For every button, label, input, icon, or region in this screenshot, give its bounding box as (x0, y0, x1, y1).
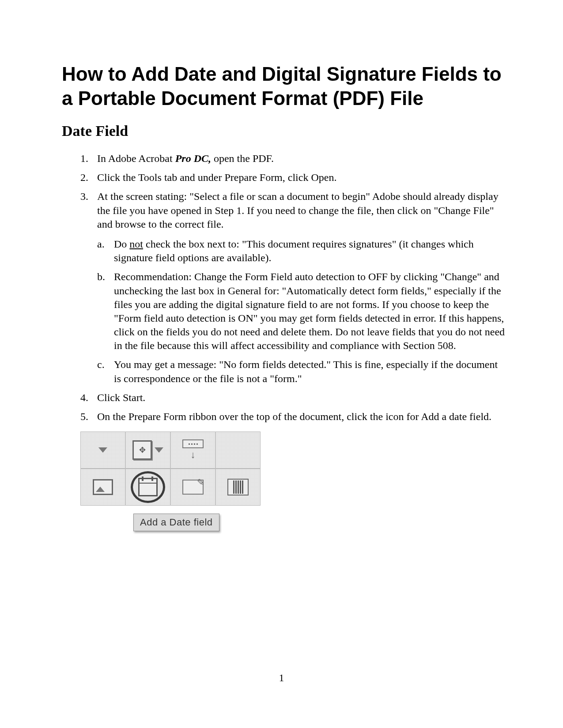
step-text: In Adobe Acrobat Pro DC, open the PDF. (97, 153, 274, 164)
section-heading: Date Field (62, 123, 506, 139)
page-title: How to Add Date and Digital Signature Fi… (62, 62, 506, 110)
image-field-icon (93, 479, 113, 495)
step-text: Click Start. (97, 392, 145, 403)
substep-text: Recommendation: Change the Form Field au… (114, 271, 505, 351)
ribbon-dropdown-cell (81, 432, 126, 468)
substep-marker: c. (97, 358, 105, 372)
tooltip-add-date-field: Add a Date field (133, 514, 219, 531)
arrow-down-icon: ↓ (191, 449, 196, 461)
barcode-icon (227, 479, 249, 495)
step-4: 4. Click Start. (80, 391, 506, 405)
substep-c: c. You may get a message: "No form field… (97, 358, 506, 385)
steps-list: 1. In Adobe Acrobat Pro DC, open the PDF… (80, 152, 506, 424)
step-text: On the Prepare Form ribbon over the top … (97, 411, 491, 422)
step-marker: 4. (80, 391, 88, 405)
substep-text: You may get a message: "No form fields d… (114, 359, 498, 384)
substep-a: a. Do not check the box next to: "This d… (97, 237, 506, 265)
chevron-down-icon (155, 447, 163, 453)
step-marker: 5. (80, 410, 88, 424)
move-tool-icon: ✥ (132, 440, 152, 460)
substep-text: Do not check the box next to: "This docu… (114, 238, 474, 263)
ribbon-barcode-field-cell (216, 469, 260, 505)
step-3: 3. At the screen stating: "Select a file… (80, 190, 506, 385)
ribbon-screenshot: ✥ ↓ (80, 432, 506, 531)
step-marker: 1. (80, 152, 88, 165)
substep-marker: b. (97, 270, 105, 284)
chevron-down-icon (98, 447, 107, 453)
prepare-form-ribbon: ✥ ↓ (80, 432, 261, 506)
ribbon-tool-cell: ✥ (126, 432, 171, 468)
signature-field-icon (182, 480, 204, 495)
ribbon-signature-field-cell (171, 469, 216, 505)
ribbon-dropdown-field-cell: ↓ (171, 432, 216, 468)
ribbon-image-field-cell (81, 469, 126, 505)
step-1: 1. In Adobe Acrobat Pro DC, open the PDF… (80, 152, 506, 165)
substep-marker: a. (97, 237, 105, 251)
substep-b: b. Recommendation: Change the Form Field… (97, 270, 506, 353)
dropdown-field-icon (182, 439, 204, 448)
ribbon-empty-cell (216, 432, 260, 468)
ribbon-row-bottom (81, 468, 260, 505)
step-marker: 2. (80, 171, 88, 184)
substeps-list: a. Do not check the box next to: "This d… (97, 237, 506, 386)
ribbon-row-top: ✥ ↓ (81, 432, 260, 468)
step-marker: 3. (80, 190, 88, 203)
calendar-icon (138, 478, 158, 496)
step-5: 5. On the Prepare Form ribbon over the t… (80, 410, 506, 424)
step-2: 2. Click the Tools tab and under Prepare… (80, 171, 506, 184)
step-text: Click the Tools tab and under Prepare Fo… (97, 172, 336, 183)
page-number: 1 (0, 672, 563, 684)
ribbon-date-field-cell (126, 469, 171, 505)
step-text: At the screen stating: "Select a file or… (97, 191, 499, 229)
